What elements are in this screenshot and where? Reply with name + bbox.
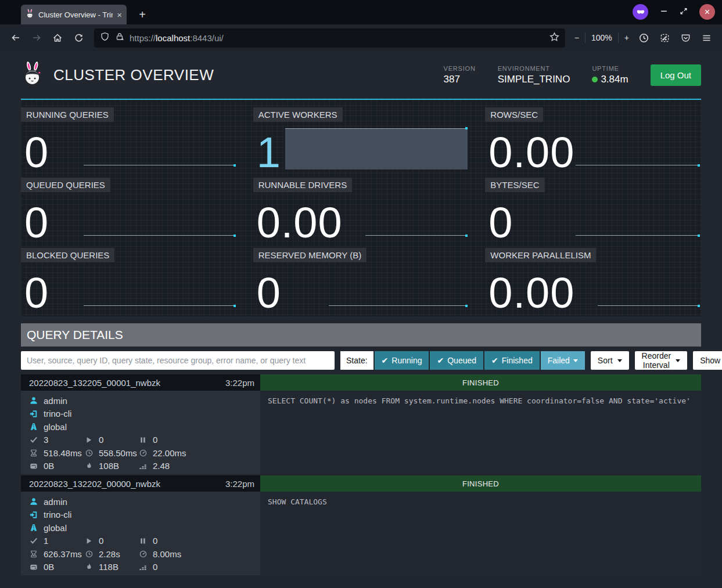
home-icon[interactable]: [49, 29, 66, 46]
total-time-icon: [84, 550, 94, 558]
sparkline: [84, 305, 235, 306]
filter-queued-button[interactable]: ✔Queued: [430, 351, 483, 370]
version-info: VERSION 387: [444, 65, 476, 85]
logout-button[interactable]: Log Out: [651, 64, 701, 86]
queued-splits-icon: [138, 437, 148, 443]
trino-logo: [21, 60, 44, 89]
new-tab-button[interactable]: +: [135, 8, 150, 21]
stat-queued-queries: QUEUED QUERIES 0: [21, 178, 237, 241]
uptime-status-dot: [592, 77, 598, 82]
window-close-button[interactable]: [699, 4, 715, 20]
query-details-header: QUERY DETAILS: [21, 323, 701, 347]
query-id-bar: 20220823_132202_00000_nwbzk 3:22pm: [21, 475, 260, 492]
tab-title: Cluster Overview - Trino: [38, 10, 113, 19]
stat-active-workers: ACTIVE WORKERS 1: [253, 107, 469, 171]
stat-rows-sec: ROWS/SEC 0.00: [485, 107, 701, 171]
query-card: 20220823_132205_00001_nwbzk 3:22pm FINIS…: [21, 374, 701, 474]
stat-value: 0: [257, 272, 469, 315]
resource-group-icon: [29, 524, 38, 532]
total-time-icon: [84, 449, 94, 457]
resource-group-icon: [29, 423, 38, 431]
show-dropdown[interactable]: Show: [693, 351, 722, 370]
cumulative-memory-icon: [138, 462, 148, 470]
browser-tab[interactable]: Cluster Overview - Trino ×: [21, 5, 127, 24]
zoom-in-button[interactable]: +: [624, 33, 629, 42]
browser-titlebar: Cluster Overview - Trino × +: [0, 0, 722, 24]
stat-value: 0: [24, 201, 237, 244]
shield-icon[interactable]: [100, 32, 110, 44]
current-memory-icon: [29, 462, 38, 470]
query-search-input[interactable]: [21, 351, 335, 370]
sparkline: [84, 165, 235, 165]
query-sql-text: SHOW CATALOGS: [260, 492, 701, 575]
separator: [585, 33, 585, 43]
zoom-level[interactable]: 100%: [591, 33, 612, 42]
zoom-out-button[interactable]: −: [574, 33, 579, 42]
peak-memory-icon: [84, 462, 94, 470]
history-clock-icon[interactable]: [635, 29, 652, 46]
reload-icon[interactable]: [70, 29, 87, 46]
sparkline: [365, 235, 467, 236]
query-stats: admin trino-cli global 1 0 0 626.37ms 2.…: [21, 492, 260, 575]
window-minimize-button[interactable]: [660, 7, 668, 17]
completed-splits-icon: [29, 537, 38, 545]
stat-value: 0: [24, 131, 237, 174]
pocket-icon[interactable]: [677, 29, 694, 46]
caret-down-icon: [617, 359, 622, 362]
window-restore-button[interactable]: [680, 7, 688, 17]
cluster-stats-panel: RUNNING QUERIES 0 ACTIVE WORKERS 1 ROWS/…: [21, 100, 701, 316]
reorder-interval-dropdown[interactable]: Reorder Interval: [635, 351, 688, 370]
url-text[interactable]: https://localhost:8443/ui/: [130, 33, 544, 43]
stat-runnable-drivers: RUNNABLE DRIVERS 0.00: [253, 178, 469, 241]
check-icon: ✔: [382, 356, 389, 365]
bookmark-star-icon[interactable]: [549, 32, 559, 44]
filter-failed-dropdown[interactable]: Failed: [541, 351, 585, 370]
queued-splits-icon: [138, 538, 148, 544]
filter-running-button[interactable]: ✔Running: [375, 351, 429, 370]
stat-worker-parallelism: WORKER PARALLELISM 0.00: [485, 248, 701, 312]
query-card: 20220823_132202_00000_nwbzk 3:22pm FINIS…: [21, 475, 701, 575]
cpu-time-icon: [138, 449, 148, 457]
sparkline: [329, 305, 468, 306]
query-stats: admin trino-cli global 3 0 0 518.48ms 55…: [21, 391, 260, 474]
cpu-time-icon: [138, 550, 148, 558]
stat-value: 0: [488, 201, 701, 244]
stat-reserved-memory: RESERVED MEMORY (B) 0: [253, 248, 469, 312]
forward-icon[interactable]: [28, 29, 45, 46]
source-icon: [29, 410, 38, 418]
stat-value: 0.00: [488, 272, 701, 315]
completed-splits-icon: [29, 436, 38, 444]
query-id-link[interactable]: 20220823_132202_00000_nwbzk: [29, 479, 160, 489]
sort-dropdown[interactable]: Sort: [591, 351, 629, 370]
address-bar[interactable]: https://localhost:8443/ui/: [94, 28, 565, 48]
environment-info: ENVIRONMENT SIMPLE_TRINO: [498, 65, 570, 85]
query-time: 3:22pm: [225, 378, 254, 388]
tab-close-icon[interactable]: ×: [117, 10, 122, 19]
query-time: 3:22pm: [225, 479, 254, 489]
stat-running-queries: RUNNING QUERIES 0: [21, 107, 237, 171]
stat-value: 0: [24, 272, 237, 315]
query-id-link[interactable]: 20220823_132205_00001_nwbzk: [29, 378, 160, 388]
peak-memory-icon: [84, 563, 94, 571]
filter-finished-button[interactable]: ✔Finished: [484, 351, 540, 370]
menu-hamburger-icon[interactable]: [698, 29, 715, 46]
back-icon[interactable]: [7, 29, 24, 46]
lock-warning-icon[interactable]: [115, 32, 124, 44]
running-splits-icon: [84, 538, 94, 544]
query-id-bar: 20220823_132205_00001_nwbzk 3:22pm: [21, 374, 260, 391]
cumulative-memory-icon: [138, 563, 148, 571]
check-icon: ✔: [437, 356, 444, 365]
screenshot-icon[interactable]: [656, 29, 673, 46]
wall-time-icon: [29, 550, 38, 558]
browser-toolbar: https://localhost:8443/ui/ − 100% +: [0, 24, 722, 51]
stat-bytes-sec: BYTES/SEC 0: [485, 178, 701, 241]
trino-cluster-overview-page: CLUSTER OVERVIEW VERSION 387 ENVIRONMENT…: [0, 51, 722, 588]
query-filter-toolbar: State: ✔Running ✔Queued ✔Finished Failed…: [21, 351, 701, 370]
check-icon: ✔: [491, 356, 498, 365]
caret-down-icon: [573, 359, 578, 362]
sparkline: [576, 165, 699, 165]
page-header: CLUSTER OVERVIEW VERSION 387 ENVIRONMENT…: [21, 51, 701, 100]
stat-value: 0.00: [488, 131, 701, 174]
caret-down-icon: [676, 359, 680, 362]
sparkline: [576, 235, 699, 236]
